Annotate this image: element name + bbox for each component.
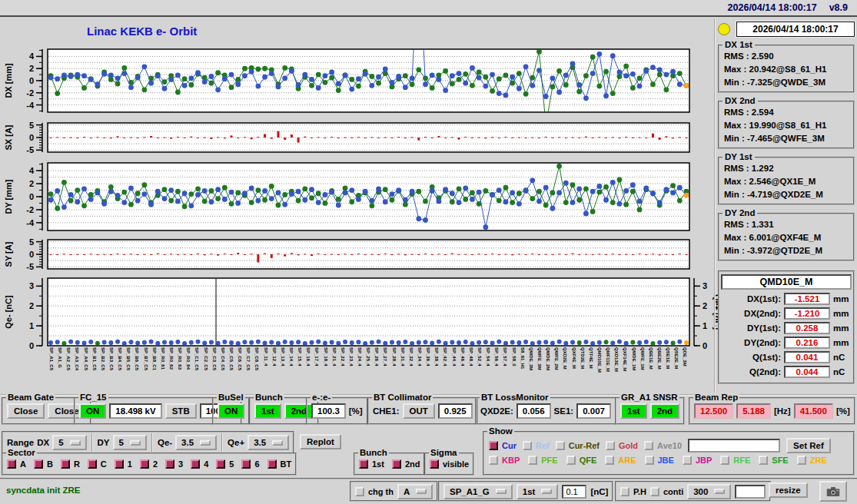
monitor-value: 0.258 <box>784 322 830 334</box>
checkbox-cur[interactable]: Cur <box>489 441 517 450</box>
checkbox-indicator <box>606 441 615 450</box>
range-dx-dropdown[interactable]: 5 <box>52 435 86 450</box>
x-axis-label: QXD2E_M <box>561 347 569 392</box>
screenshot-button[interactable] <box>819 481 847 502</box>
checkbox-2[interactable]: 2 <box>140 459 158 469</box>
gr-a1-2nd-button[interactable]: 2nd <box>650 403 679 419</box>
checkbox-ph[interactable]: P.H <box>620 487 646 496</box>
checkbox-conti[interactable]: conti <box>650 487 683 496</box>
checkbox-are[interactable]: ARE <box>605 456 636 465</box>
x-axis-label: SP_44_4 <box>450 347 458 392</box>
checkbox-r[interactable]: R <box>61 459 80 469</box>
checkbox-jbe[interactable]: JBE <box>645 456 674 465</box>
svg-text:Qe- [nC]: Qe- [nC] <box>4 295 13 329</box>
threshold-input[interactable] <box>562 485 586 499</box>
group-e-ratio: e-:e- 100.3 [%] <box>306 397 368 425</box>
sector-a-dropdown[interactable]: A <box>397 484 433 499</box>
fc15-stb-button[interactable]: STB <box>165 403 197 419</box>
stats-dy-2nd: DY 2nd RMS : 1.331 Max : 6.001@QXF4E_M M… <box>718 213 855 261</box>
range-qe-minus-dropdown[interactable]: 3.5 <box>175 435 217 450</box>
checkbox-1st[interactable]: 1st <box>359 459 384 469</box>
checkbox-indicator <box>645 456 654 465</box>
checkbox-zre[interactable]: ZRE <box>797 456 827 465</box>
checkbox-rfe[interactable]: RFE <box>720 456 750 465</box>
fc15-on-button[interactable]: ON <box>79 403 106 419</box>
checkbox-indicator <box>359 459 368 469</box>
group-sigma: Sigma visible <box>424 453 474 476</box>
x-axis-label: QWFE_3M <box>536 347 543 392</box>
checkbox-label: Gold <box>619 441 638 450</box>
se1-label: SE1: <box>554 406 574 416</box>
checkbox-label: PFE <box>541 456 557 465</box>
bunch-1st-button[interactable]: 1st <box>254 403 281 419</box>
svg-text:SY [A]: SY [A] <box>4 241 13 267</box>
x-axis-label: QWFE_1M <box>639 347 646 392</box>
stat-min: Min : -3.972@QTD2E_M <box>724 244 851 257</box>
checkbox-chg-th[interactable]: chg th <box>355 487 394 496</box>
checkbox-sfe[interactable]: SFE <box>759 456 788 465</box>
checkbox-visible[interactable]: visible <box>430 459 469 469</box>
checkbox-6[interactable]: 6 <box>241 459 259 469</box>
checkbox-jbp[interactable]: JBP <box>683 456 712 465</box>
replot-button[interactable]: Replot <box>300 434 341 449</box>
x-axis-label: SP_31_4 <box>399 347 407 392</box>
range-dy-dropdown[interactable]: 5 <box>113 435 147 450</box>
monitor-value: -1.210 <box>784 307 830 320</box>
svg-text:-5: -5 <box>26 262 34 271</box>
x-axis-label: SP_C4_C5 <box>219 347 227 392</box>
checkbox-indicator <box>683 456 692 465</box>
bunch-dropdown[interactable]: 1st <box>517 484 559 499</box>
x-axis-label: S8_61_H1 <box>519 347 526 392</box>
checkbox-gold[interactable]: Gold <box>606 441 638 450</box>
ref-file-input[interactable] <box>688 439 780 453</box>
gr-a1-1st-button[interactable]: 1st <box>620 403 647 419</box>
checkbox-pfe[interactable]: PFE <box>528 456 557 465</box>
titlebar-clock: 2026/04/14 18:00:17 <box>728 2 817 13</box>
checkbox-4[interactable]: 4 <box>191 459 208 469</box>
che1-out-button[interactable]: OUT <box>403 403 435 419</box>
stat-max: Max : 19.990@S8_61_H1 <box>724 119 851 132</box>
x-axis-label: SP_R0_62 <box>168 347 175 392</box>
svg-text:0: 0 <box>29 192 34 201</box>
x-axis-label: QWDE_3M <box>527 347 535 392</box>
range-qe-plus-dropdown[interactable]: 3.5 <box>247 435 289 450</box>
checkbox-a[interactable]: A <box>7 459 26 469</box>
x-axis-label: QSE1E_M <box>664 347 672 392</box>
checkbox-label: JBE <box>658 456 674 465</box>
stat-rms: RMS : 1.331 <box>724 218 851 231</box>
x-axis-label: SP_15_4 <box>296 347 304 392</box>
checkbox-cur-ref[interactable]: Cur-Ref <box>556 441 600 450</box>
checkbox-c[interactable]: C <box>88 459 107 469</box>
checkbox-label: 1 <box>128 459 132 469</box>
checkbox-qfe[interactable]: QFE <box>566 456 597 465</box>
count-input[interactable] <box>735 485 766 499</box>
checkbox-bt[interactable]: BT <box>267 459 292 469</box>
x-axis-label: SP_B6_C5 <box>133 347 141 392</box>
checkbox-ave10[interactable]: Ave10 <box>644 441 682 450</box>
monitor-row: Q(1st):0.041nC <box>721 351 852 363</box>
svg-text:SX [A]: SX [A] <box>4 124 13 150</box>
checkbox-1[interactable]: 1 <box>115 459 132 469</box>
checkbox-indicator <box>267 459 277 469</box>
checkbox-5[interactable]: 5 <box>216 459 234 469</box>
group-bt-lossmonitor: BT LossMonitor QXD2E: 0.056 SE1: 0.007 <box>475 397 616 425</box>
che1-value: 0.925 <box>438 403 473 419</box>
stat-min: Min : -7.325@QWDE_3M <box>724 76 851 89</box>
interval-dropdown[interactable]: 300 <box>687 484 731 499</box>
beam-gate-close-button-1[interactable]: Close <box>7 403 45 419</box>
bpm-dropdown[interactable]: SP_A1_G <box>443 484 513 499</box>
x-axis-label: SP_A4_C5 <box>82 347 90 392</box>
checkbox-b[interactable]: B <box>34 459 53 469</box>
resize-button[interactable]: resize <box>769 482 808 498</box>
group-busel: BuSel ON <box>212 397 250 425</box>
checkbox-2nd[interactable]: 2nd <box>392 459 420 469</box>
stats-dx-2nd: DX 2nd RMS : 2.594 Max : 19.990@S8_61_H1… <box>718 101 855 149</box>
checkbox-ref[interactable]: Ref <box>523 441 550 450</box>
x-axis-label: QBE1E_M <box>647 347 655 392</box>
x-axis-label: SP_A3_C4 <box>73 347 81 392</box>
checkbox-kbp[interactable]: KBP <box>489 456 520 465</box>
checkbox-3[interactable]: 3 <box>165 459 183 469</box>
monitor-row: DY(2nd):0.216mm <box>721 337 852 349</box>
busel-on-button[interactable]: ON <box>218 403 244 419</box>
set-ref-button[interactable]: Set Ref <box>786 438 831 453</box>
